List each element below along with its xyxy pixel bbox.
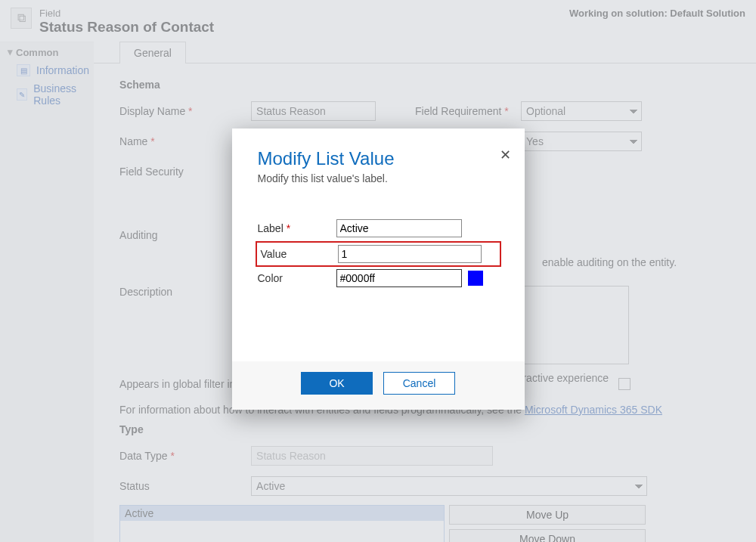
close-icon[interactable]: ✕ — [500, 147, 511, 163]
modal-subtitle: Modify this list value's label. — [258, 172, 499, 184]
input-modal-value[interactable] — [338, 245, 482, 263]
ok-button[interactable]: OK — [301, 372, 373, 395]
highlighted-value-row: Value — [258, 243, 499, 265]
modal-title: Modify List Value — [258, 148, 499, 169]
color-swatch[interactable] — [468, 271, 483, 286]
label-modal-value: Value — [259, 248, 338, 260]
dialog-modify-list-value: Modify List Value Modify this list value… — [232, 129, 525, 410]
cancel-button[interactable]: Cancel — [383, 372, 455, 395]
modal-container: Modify List Value Modify this list value… — [0, 0, 756, 542]
label-modal-label: Label — [258, 222, 336, 234]
input-modal-label[interactable] — [336, 219, 462, 237]
label-modal-color: Color — [258, 272, 336, 284]
input-modal-color[interactable] — [336, 269, 462, 287]
